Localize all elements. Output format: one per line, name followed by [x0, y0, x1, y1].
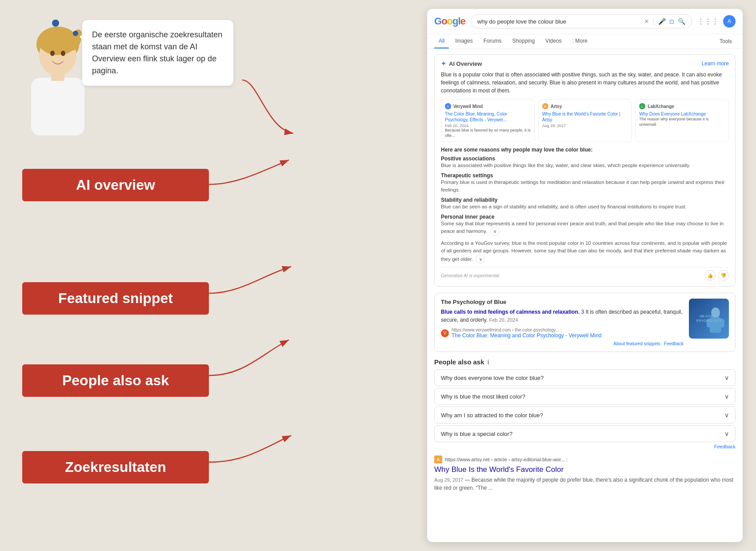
- paa-item-2[interactable]: Why am I so attracted to the color blue?…: [434, 407, 736, 423]
- paa-chevron-2: ∨: [724, 411, 729, 419]
- result-date: Aug 29, 2017: [434, 477, 465, 483]
- image-search-icon[interactable]: ⊡: [669, 18, 674, 25]
- expand-icon-conclusion[interactable]: ∨: [476, 255, 485, 264]
- svg-point-8: [61, 51, 65, 56]
- ai-footer-text: Generative AI is experimental.: [441, 273, 500, 278]
- tools-button[interactable]: Tools: [716, 35, 736, 48]
- source-icon-1: A: [542, 103, 548, 109]
- google-logo: Google: [434, 16, 465, 27]
- ai-point-title-3: Personal inner peace: [441, 214, 729, 220]
- source-name-2: LabXchange: [648, 104, 674, 109]
- ai-summary: Blue is a popular color that is often as…: [441, 71, 729, 95]
- search-query-text: why do people love the colour blue: [477, 18, 640, 25]
- source-card-0[interactable]: V Verywell Mind The Color Blue: Meaning,…: [441, 99, 535, 142]
- featured-date: Feb 20, 2024: [489, 317, 518, 323]
- ai-point-0: Positive associations Blue is associated…: [441, 156, 729, 169]
- paa-item-1[interactable]: Why is blue the most liked color? ∨: [434, 388, 736, 405]
- featured-source-url: https://www.verywellmind.com › the-color…: [452, 327, 602, 332]
- result-desc: Aug 29, 2017 — Because while the majorit…: [434, 476, 736, 492]
- learn-more-link[interactable]: Learn more: [702, 60, 729, 67]
- ai-footer: Generative AI is experimental. 👍 👎: [441, 267, 729, 281]
- source-card-1[interactable]: A Artsy Why Blue is the World's Favorite…: [538, 99, 632, 142]
- source-title-2: Why Does Everyone LabXchange: [639, 111, 725, 117]
- ai-overview-title: ✦ AI Overview: [441, 60, 482, 67]
- source-title-0: The Color Blue: Meaning, Color Psycholog…: [445, 111, 531, 123]
- featured-image-text: UE COLORPSYCHOLOGY: [696, 314, 721, 323]
- paa-chevron-0: ∨: [724, 374, 729, 381]
- source-date-0: Feb 20, 2024: [445, 124, 531, 128]
- paa-question-0: Why does everyone love the color blue?: [441, 375, 544, 381]
- tab-videos[interactable]: Videos: [541, 34, 566, 48]
- ai-feedback-icons: 👍 👎: [705, 270, 729, 281]
- svg-rect-6: [51, 72, 64, 81]
- ai-overview-box: ✦ AI Overview Learn more Blue is a popul…: [434, 54, 736, 287]
- tab-forums[interactable]: Forums: [479, 34, 506, 48]
- tab-more[interactable]: : More: [568, 34, 592, 48]
- source-icon-2: L: [639, 103, 645, 109]
- paa-item-3[interactable]: Why is blue a special color? ∨: [434, 425, 736, 442]
- result-url: https://www.artsy.net › article › artsy-…: [445, 457, 568, 462]
- expand-icon-3[interactable]: ∨: [490, 227, 499, 236]
- ai-point-title-2: Stability and reliability: [441, 197, 729, 203]
- ai-conclusion: According to a YouGov survey, blue is th…: [441, 240, 729, 264]
- ai-sparkle-icon: ✦: [441, 60, 446, 67]
- svg-rect-5: [31, 78, 84, 136]
- paa-title: People also ask: [434, 358, 484, 366]
- paa-info-icon: ℹ: [487, 359, 489, 366]
- featured-title: The Psychology of Blue: [441, 299, 684, 305]
- tab-all[interactable]: All: [434, 34, 449, 48]
- featured-source: V https://www.verywellmind.com › the-col…: [441, 327, 684, 339]
- ai-point-2: Stability and reliability Blue can be se…: [441, 197, 729, 210]
- apps-grid-icon[interactable]: ⋮⋮⋮: [697, 17, 719, 26]
- result-desc-text: — Because while the majority of people d…: [434, 477, 733, 491]
- ai-point-3: Personal inner peace Some say that blue …: [441, 214, 729, 236]
- search-bar[interactable]: why do people love the colour blue ✕ | 🎤…: [471, 14, 692, 28]
- paa-question-3: Why is blue a special color?: [441, 431, 512, 437]
- ai-point-text-1: Primary blue is used in therapeutic sett…: [441, 179, 729, 193]
- thumbs-up-icon[interactable]: 👍: [705, 270, 716, 281]
- thumbs-down-icon[interactable]: 👎: [718, 270, 729, 281]
- tab-shopping[interactable]: Shopping: [508, 34, 539, 48]
- featured-snippet-box: The Psychology of Blue Blue calls to min…: [434, 293, 736, 352]
- ai-point-text-2: Blue can be seen as a sign of stability …: [441, 203, 729, 210]
- user-avatar[interactable]: A: [723, 15, 736, 28]
- source-date-1: Aug 29, 2017: [542, 124, 628, 128]
- ai-overview-header: ✦ AI Overview Learn more: [441, 60, 729, 67]
- paa-question-1: Why is blue the most liked color?: [441, 393, 525, 400]
- label-ai-text: AI overview: [76, 177, 155, 193]
- label-people-text: People also ask: [62, 372, 169, 388]
- clear-icon[interactable]: ✕: [644, 18, 649, 25]
- paa-chevron-3: ∨: [724, 430, 729, 437]
- tab-images[interactable]: Images: [451, 34, 477, 48]
- source-name-0: Verywell Mind: [453, 104, 483, 109]
- svg-point-1: [52, 20, 59, 27]
- source-desc-2: The reason why everyone because it is un…: [639, 117, 725, 127]
- featured-text-area: The Psychology of Blue Blue calls to min…: [441, 299, 684, 346]
- ai-overview-title-text: AI Overview: [449, 60, 482, 67]
- about-snippets-link[interactable]: About featured snippets: [613, 341, 660, 346]
- source-icon-0: V: [445, 103, 451, 109]
- featured-source-link[interactable]: The Color Blue: Meaning and Color Psycho…: [452, 332, 602, 339]
- source-card-2[interactable]: L LabXchange Why Does Everyone LabXchang…: [635, 99, 729, 142]
- featured-body: Blue calls to mind feelings of calmness …: [441, 308, 684, 324]
- paa-item-0[interactable]: Why does everyone love the color blue? ∨: [434, 369, 736, 386]
- ai-point-title-0: Positive associations: [441, 156, 729, 162]
- search-icon[interactable]: 🔍: [678, 18, 685, 25]
- ai-point-text-0: Blue is associated with positive things …: [441, 162, 729, 169]
- featured-feedback-link[interactable]: Feedback: [664, 341, 684, 346]
- paa-feedback-link[interactable]: Feedback: [434, 444, 736, 449]
- source-title-1: Why Blue is the World's Favorite Color |…: [542, 111, 628, 123]
- result-title[interactable]: Why Blue Is the World's Favorite Color: [434, 465, 736, 474]
- source-name-1: Artsy: [551, 104, 562, 109]
- label-people-also-ask: People also ask: [22, 364, 209, 397]
- label-ai-overview: AI overview: [22, 169, 209, 201]
- paa-chevron-1: ∨: [724, 393, 729, 400]
- label-featured-text: Featured snippet: [58, 290, 173, 306]
- microphone-icon[interactable]: 🎤: [658, 18, 666, 25]
- speech-bubble: De eerste organische zoekresultaten staa…: [82, 20, 233, 86]
- ai-point-text-3: Some say that blue represents a need for…: [441, 220, 729, 236]
- speech-bubble-text: De eerste organische zoekresultaten staa…: [92, 30, 222, 75]
- source-desc-0: Because blue is favored by so many peopl…: [445, 128, 531, 138]
- ai-point-title-1: Therapeutic settings: [441, 172, 729, 179]
- nav-tabs: All Images Forums Shopping Videos : More…: [427, 34, 743, 49]
